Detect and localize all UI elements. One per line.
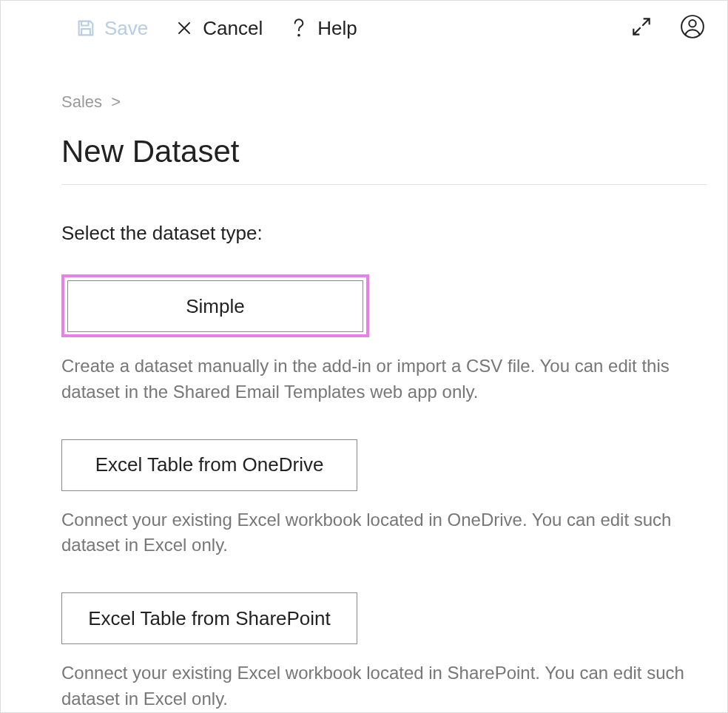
toolbar-left: Save Cancel Help [75,17,357,40]
breadcrumb-item[interactable]: Sales [61,92,102,111]
expand-icon[interactable] [630,15,653,41]
option-simple-desc: Create a dataset manually in the add-in … [61,354,705,405]
option-onedrive-button[interactable]: Excel Table from OneDrive [61,439,357,491]
prompt-label: Select the dataset type: [61,222,707,245]
help-label: Help [317,17,357,40]
option-label: Excel Table from SharePoint [88,607,331,630]
option-label: Excel Table from OneDrive [95,453,324,476]
option-onedrive-desc: Connect your existing Excel workbook loc… [61,507,705,559]
save-icon [75,17,97,39]
breadcrumb-separator: > [111,92,121,111]
option-simple-button[interactable]: Simple [67,280,363,332]
close-icon [173,17,195,39]
option-highlight: Simple [61,274,369,337]
content: Sales > New Dataset Select the dataset t… [1,55,727,712]
cancel-label: Cancel [203,17,263,40]
option-label: Simple [186,295,244,318]
account-icon[interactable] [680,14,705,42]
breadcrumb[interactable]: Sales > [61,92,707,112]
svg-point-0 [298,35,300,36]
cancel-button[interactable]: Cancel [173,17,263,40]
help-button[interactable]: Help [288,17,357,40]
svg-point-2 [689,20,695,27]
save-label: Save [104,17,148,40]
option-sharepoint-button[interactable]: Excel Table from SharePoint [61,592,357,644]
toolbar: Save Cancel Help [1,1,727,55]
help-icon [288,17,310,39]
save-button: Save [75,17,148,40]
toolbar-right [630,14,705,42]
option-sharepoint-desc: Connect your existing Excel workbook loc… [61,660,705,712]
page-title: New Dataset [61,134,707,185]
